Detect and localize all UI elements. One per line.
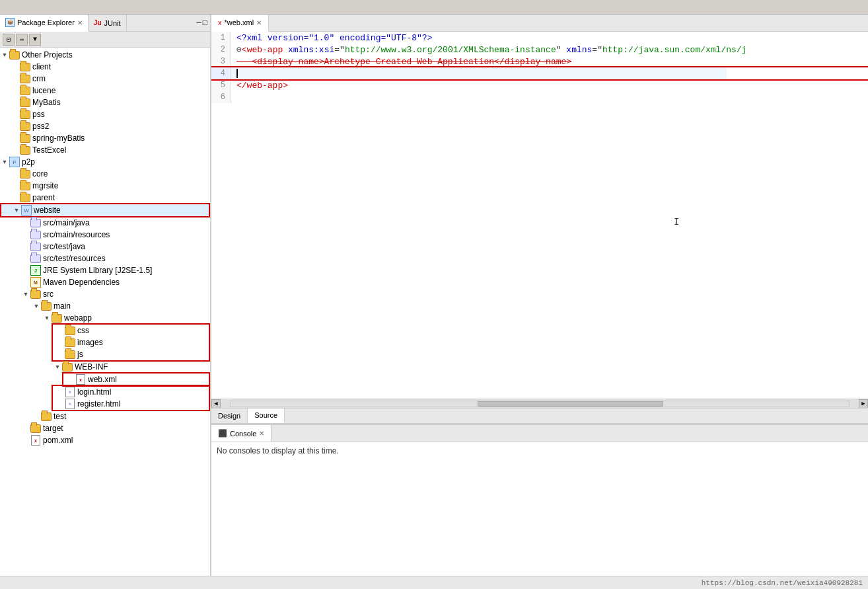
- tree-item-mgrsite[interactable]: mgrsite: [0, 180, 210, 192]
- scroll-left-button[interactable]: ◀: [211, 399, 221, 409]
- maximize-icon[interactable]: □: [203, 19, 207, 28]
- tree-item-src-test-java[interactable]: src/test/java: [0, 241, 210, 253]
- label-src-test-java: src/test/java: [43, 242, 85, 251]
- label-test: test: [54, 412, 66, 421]
- tree-item-pss2[interactable]: pss2: [0, 120, 210, 132]
- folder-icon: [20, 180, 30, 191]
- tree-item-client[interactable]: client: [0, 61, 210, 73]
- tree-item-crm[interactable]: crm: [0, 73, 210, 85]
- horizontal-scrollbar[interactable]: ◀ ▶: [211, 399, 868, 408]
- console-message: No consoles to display at this time.: [217, 446, 339, 455]
- label-pss2: pss2: [32, 122, 49, 131]
- tree-item-website[interactable]: ▼ W website: [1, 204, 209, 216]
- tree-item-webinf[interactable]: ▼ WEB-INF: [0, 361, 210, 373]
- label-js: js: [77, 350, 83, 359]
- close-tab-icon[interactable]: ✕: [256, 19, 262, 26]
- line-number-5: 5: [211, 79, 231, 91]
- tree-item-other-projects[interactable]: ▼ Other Projects: [0, 49, 210, 61]
- tree-item-src-test-resources[interactable]: src/test/resources: [0, 253, 210, 264]
- web-xml-group: x web.xml: [63, 373, 209, 385]
- tree-item-pom-xml[interactable]: x pom.xml: [0, 434, 210, 446]
- xml-tag-webapp: <web-app: [242, 45, 288, 55]
- view-menu-button[interactable]: ▼: [29, 34, 41, 46]
- xml-value-xsi: http://www.w3.org/2001/XMLSchema-instanc…: [345, 45, 556, 55]
- tree-item-p2p[interactable]: ▼ P p2p: [0, 156, 210, 168]
- arrow-webapp: ▼: [42, 315, 52, 321]
- tree-item-jre[interactable]: J JRE System Library [J2SE-1.5]: [0, 264, 210, 276]
- tree-item-spring-mybatis[interactable]: spring-myBatis: [0, 132, 210, 144]
- label-src: src: [43, 290, 54, 299]
- tab-console[interactable]: ⬛ Console ✕: [211, 425, 271, 442]
- tree-item-lucene[interactable]: lucene: [0, 85, 210, 97]
- code-editor[interactable]: 1 <?xml version="1.0" encoding="UTF-8"?>…: [211, 32, 868, 399]
- tree-item-main[interactable]: ▼ main: [0, 300, 210, 312]
- tree-item-css[interactable]: css: [53, 325, 209, 336]
- label-login-html: login.html: [77, 387, 111, 397]
- folder-icon: [20, 145, 30, 155]
- tree-item-core[interactable]: core: [0, 168, 210, 180]
- scroll-thumb[interactable]: [478, 401, 663, 407]
- tab-package-explorer[interactable]: 📦 Package Explorer ✕: [0, 15, 89, 32]
- tree-item-webapp[interactable]: ▼ webapp: [0, 312, 210, 324]
- label-src-main-java: src/main/java: [43, 218, 90, 227]
- tree-item-maven[interactable]: M Maven Dependencies: [0, 276, 210, 288]
- p2p-project-icon: P: [9, 157, 20, 167]
- tree-item-src[interactable]: ▼ src: [0, 288, 210, 300]
- tree-item-mybatis[interactable]: MyBatis: [0, 97, 210, 108]
- label-jre: JRE System Library [J2SE-1.5]: [43, 266, 152, 275]
- tree-item-images[interactable]: images: [53, 336, 209, 348]
- expand-arrow: ⊖: [236, 44, 242, 55]
- label-pom-xml: pom.xml: [43, 436, 73, 445]
- xml-attr-xsi: xmlns:xsi: [288, 45, 334, 55]
- tab-web-xml[interactable]: x *web.xml ✕: [211, 15, 269, 32]
- css-images-js-group: css images js: [53, 325, 209, 360]
- label-target: target: [43, 424, 63, 433]
- tab-package-explorer-label: Package Explorer: [17, 19, 75, 26]
- tree-item-login-html[interactable]: h login.html: [53, 386, 209, 398]
- label-images: images: [77, 338, 103, 347]
- folder-icon: [20, 192, 30, 203]
- tree-item-js[interactable]: js: [53, 348, 209, 360]
- main-area: 📦 Package Explorer ✕ Ju JUnit — □ ⊟ ⇔ ▼: [0, 15, 868, 576]
- tab-source[interactable]: Source: [248, 409, 285, 423]
- folder-icon: [65, 349, 75, 360]
- top-toolbar: [0, 0, 868, 15]
- collapse-all-button[interactable]: ⊟: [3, 34, 15, 46]
- tab-junit[interactable]: Ju JUnit: [89, 15, 127, 31]
- xml-file-icon: x: [30, 435, 41, 446]
- label-testexcel: TestExcel: [32, 145, 66, 155]
- scroll-track[interactable]: [230, 401, 850, 407]
- folder-icon: [30, 289, 41, 299]
- tree-item-src-main-java[interactable]: src/main/java: [0, 217, 210, 229]
- code-line-2: 2 ⊖ <web-app xmlns:xsi =" http://www.w3.…: [211, 44, 868, 56]
- tab-design[interactable]: Design: [211, 409, 248, 423]
- minimize-icon[interactable]: —: [197, 19, 201, 28]
- close-console-icon[interactable]: ✕: [259, 430, 264, 437]
- tree-item-test[interactable]: test: [0, 411, 210, 422]
- close-icon[interactable]: ✕: [77, 19, 83, 26]
- src-folder-icon: [30, 229, 41, 240]
- xml-attr-xmlns: xmlns: [566, 45, 592, 55]
- folder-icon: [65, 337, 75, 348]
- line-content-5: </web-app>: [231, 79, 288, 91]
- scroll-right-button[interactable]: ▶: [859, 399, 868, 409]
- text-cursor-indicator: I: [674, 217, 679, 227]
- line-content-2: ⊖ <web-app xmlns:xsi =" http://www.w3.or…: [231, 44, 746, 56]
- tree-item-register-html[interactable]: h register.html: [53, 398, 209, 410]
- src-folder-icon: [30, 253, 41, 264]
- tree-item-web-xml[interactable]: x web.xml: [63, 373, 209, 385]
- folder-icon: [65, 325, 75, 336]
- label-client: client: [32, 62, 51, 71]
- label-parent: parent: [32, 193, 55, 202]
- text-cursor: [236, 69, 238, 78]
- tree-item-pss[interactable]: pss: [0, 108, 210, 120]
- tree-item-testexcel[interactable]: TestExcel: [0, 144, 210, 156]
- tree-item-target[interactable]: target: [0, 422, 210, 434]
- tree-item-parent[interactable]: parent: [0, 192, 210, 204]
- link-editor-button[interactable]: ⇔: [16, 34, 28, 46]
- label-css: css: [77, 326, 89, 335]
- tree-item-src-main-resources[interactable]: src/main/resources: [0, 229, 210, 241]
- line-number-2: 2: [211, 44, 231, 56]
- arrow-main: ▼: [32, 303, 41, 309]
- line-number-1: 1: [211, 32, 231, 44]
